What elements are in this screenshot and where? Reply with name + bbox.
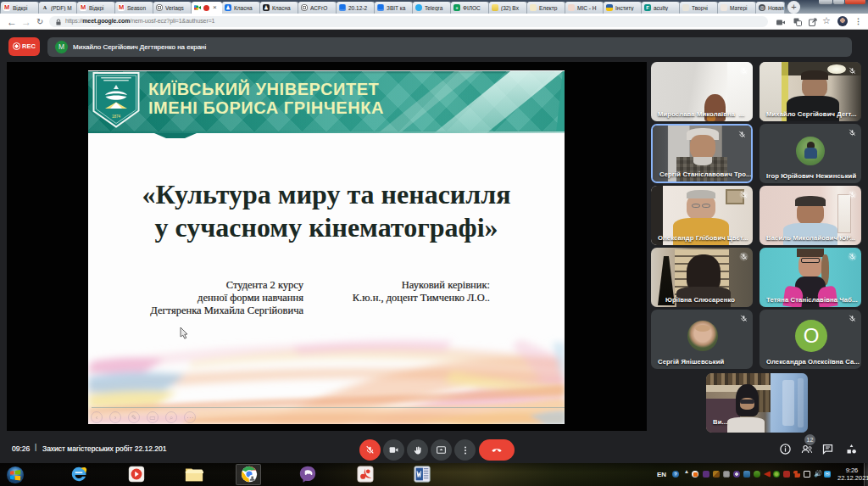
svg-text:1874: 1874 — [112, 115, 121, 119]
